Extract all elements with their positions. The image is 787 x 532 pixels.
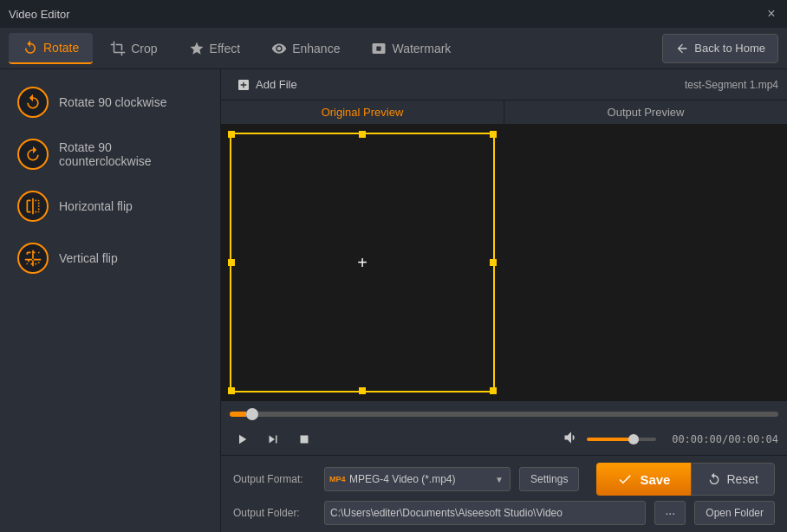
format-select-wrapper: MP4 MPEG-4 Video (*.mp4) ▼ [324,467,511,491]
step-forward-button[interactable] [261,427,285,451]
action-buttons: Save Reset [596,463,775,496]
crop-handle-tr[interactable] [490,131,497,138]
controls-row: 00:00:00/00:00:04 [221,424,787,455]
bottom-bar: Output Format: MP4 MPEG-4 Video (*.mp4) … [221,455,787,532]
crop-handle-ml[interactable] [228,259,235,266]
tab-rotate[interactable]: Rotate [9,33,93,64]
tab-crop-label: Crop [131,42,157,55]
file-bar: Add File test-Segment 1.mp4 [221,69,787,101]
sidebar-item-h-flip-label: Horizontal flip [59,199,133,213]
tab-enhance-label: Enhance [292,42,340,55]
add-file-button[interactable]: Add File [230,75,304,95]
sidebar-item-h-flip[interactable]: Horizontal flip [7,182,213,230]
crop-handle-bm[interactable] [359,387,366,394]
output-preview-label: Output Preview [504,101,787,124]
volume-icon-wrapper [563,429,580,450]
add-file-label: Add File [256,78,297,91]
crop-tab-icon [110,41,126,56]
tab-rotate-label: Rotate [43,41,79,55]
rotate-ccw-icon [17,139,49,170]
stop-icon [296,431,312,447]
browse-button[interactable]: ··· [654,501,686,525]
rotate-cw-icon [17,87,49,118]
tab-crop[interactable]: Crop [96,33,171,64]
crop-handle-mr[interactable] [490,259,497,266]
h-flip-icon [17,191,49,222]
sidebar-item-v-flip[interactable]: Vertical flip [7,234,213,282]
folder-row: Output Folder: ··· Open Folder [233,501,775,525]
sidebar-item-rotate-cw[interactable]: Rotate 90 clockwise [7,78,213,127]
folder-input[interactable] [324,501,646,525]
volume-slider[interactable] [587,438,656,441]
play-icon [234,431,250,447]
tab-watermark[interactable]: Watermark [357,33,465,64]
sidebar-item-rotate-ccw-label: Rotate 90 counterclockwise [59,140,203,168]
effect-tab-icon [189,41,205,56]
reset-icon [707,472,721,486]
sidebar-item-v-flip-label: Vertical flip [59,251,118,265]
format-select[interactable]: MPEG-4 Video (*.mp4) [324,467,511,491]
v-flip-icon [17,243,49,274]
watermark-tab-icon [371,41,387,56]
step-forward-icon [265,431,281,447]
right-panel: Add File test-Segment 1.mp4 Original Pre… [221,69,787,532]
rotate-tab-icon [23,40,38,55]
seekbar[interactable] [230,412,778,417]
crop-handle-bl[interactable] [228,387,235,394]
format-row: Output Format: MP4 MPEG-4 Video (*.mp4) … [233,463,775,496]
sidebar: Rotate 90 clockwise Rotate 90 counterclo… [0,69,221,532]
output-format-label: Output Format: [233,473,315,485]
app-title: Video Editor [9,8,70,21]
enhance-tab-icon [271,41,287,56]
time-display: 00:00:00/00:00:04 [672,433,778,445]
crop-handle-tm[interactable] [359,131,366,138]
main-area: Rotate 90 clockwise Rotate 90 counterclo… [0,69,787,532]
tab-effect[interactable]: Effect [175,33,255,64]
file-name: test-Segment 1.mp4 [685,79,778,91]
play-button[interactable] [230,427,254,451]
tab-enhance[interactable]: Enhance [257,33,354,64]
open-folder-button[interactable]: Open Folder [694,501,775,525]
back-to-home-button[interactable]: Back to Home [662,34,778,63]
tab-effect-label: Effect [210,42,241,55]
save-icon [617,471,633,487]
crop-handle-br[interactable] [490,387,497,394]
seekbar-row [221,401,787,424]
original-preview-label: Original Preview [221,101,504,124]
original-preview-canvas: + [221,124,504,401]
volume-icon [563,429,580,446]
stop-button[interactable] [292,427,316,451]
tab-bar: Rotate Crop Effect Enhance W [0,28,787,69]
reset-button[interactable]: Reset [691,463,775,496]
output-folder-label: Output Folder: [233,507,315,519]
output-preview-panel: Output Preview [504,101,787,401]
back-icon [675,42,689,55]
output-preview-canvas [504,124,787,401]
tab-watermark-label: Watermark [392,42,451,55]
save-button[interactable]: Save [596,463,691,496]
title-bar: Video Editor × [0,0,787,28]
format-icon: MP4 [329,475,346,483]
sidebar-item-rotate-ccw[interactable]: Rotate 90 counterclockwise [7,130,213,178]
crop-crosshair: + [357,253,367,273]
close-button[interactable]: × [764,7,778,21]
original-preview-panel: Original Preview + [221,101,504,401]
preview-area: Original Preview + [221,101,787,401]
sidebar-item-rotate-cw-label: Rotate 90 clockwise [59,95,167,109]
crop-box[interactable]: + [230,133,495,393]
settings-button[interactable]: Settings [519,467,579,491]
add-file-icon [237,78,250,92]
crop-handle-tl[interactable] [228,131,235,138]
